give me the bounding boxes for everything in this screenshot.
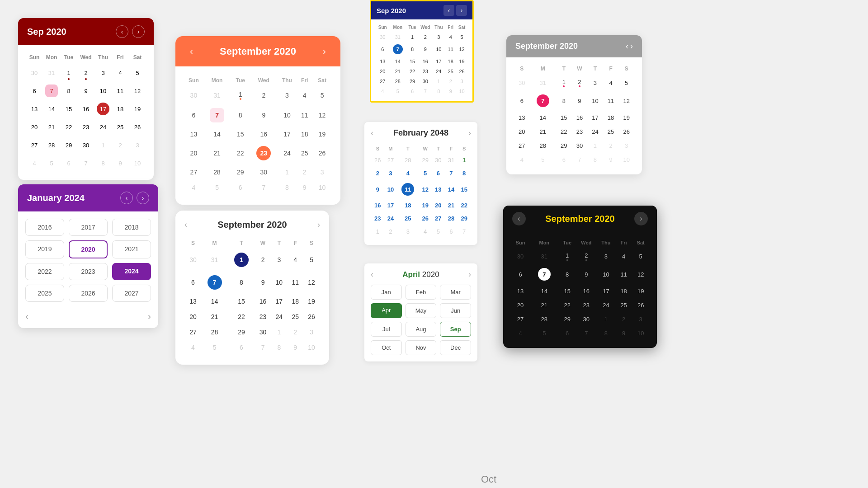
cal3-prev-btn[interactable]: ‹ <box>120 192 133 204</box>
table-row[interactable]: 21 <box>445 199 458 211</box>
table-row[interactable]: 31 <box>530 75 556 90</box>
table-row[interactable]: 18 <box>296 127 313 141</box>
year-2023[interactable]: 2023 <box>69 263 108 280</box>
table-row[interactable]: 8 <box>433 87 445 96</box>
table-row[interactable]: 9 <box>445 87 456 96</box>
table-row[interactable]: 30 <box>250 165 278 179</box>
cal7-prev-btn[interactable]: ‹ <box>371 270 373 279</box>
table-row[interactable]: 25 <box>604 125 618 138</box>
table-row[interactable]: 1 <box>588 139 603 152</box>
table-row[interactable]: 1 <box>279 165 296 179</box>
table-row[interactable]: 4 <box>288 249 303 271</box>
table-row[interactable]: 2 <box>385 225 397 238</box>
cal3-bottom-next-btn[interactable]: › <box>148 311 151 323</box>
table-row[interactable]: 19 <box>632 285 649 298</box>
table-row[interactable]: 5 <box>203 180 231 195</box>
table-row[interactable]: 27 <box>377 77 389 86</box>
table-row[interactable]: 8 <box>95 155 111 172</box>
table-row[interactable]: 3 <box>457 77 467 86</box>
table-row[interactable]: 18 <box>112 100 128 117</box>
table-row[interactable]: 24 <box>597 299 615 312</box>
table-row[interactable]: 14 <box>203 127 231 141</box>
table-row[interactable]: 22 <box>228 310 254 324</box>
table-row[interactable]: 1 <box>433 77 445 86</box>
table-row[interactable]: 23 <box>572 125 587 138</box>
table-row[interactable]: 1 <box>372 225 384 238</box>
table-row[interactable]: 1 <box>228 249 254 271</box>
table-row[interactable]: 6 <box>514 91 529 110</box>
table-row[interactable]: 31 <box>530 249 558 264</box>
table-row[interactable]: 13 <box>511 285 529 298</box>
table-row[interactable]: 30 <box>185 249 201 271</box>
table-row[interactable]: 2 <box>445 77 456 86</box>
table-row[interactable]: 28 <box>203 165 231 179</box>
year-2025[interactable]: 2025 <box>25 285 64 302</box>
table-row[interactable]: 29 <box>232 165 249 179</box>
table-row[interactable]: 10 <box>279 104 296 126</box>
table-row[interactable]: 13 <box>432 180 444 198</box>
table-row[interactable]: 22 <box>559 299 576 312</box>
table-row[interactable]: 24 <box>279 142 296 164</box>
table-row[interactable]: 30 <box>377 33 389 42</box>
table-row[interactable]: 10 <box>385 180 397 198</box>
table-row[interactable]: 2 <box>419 33 432 42</box>
table-row[interactable]: 5 <box>390 87 406 96</box>
table-row[interactable]: 5 <box>314 87 330 103</box>
table-row[interactable]: 3 <box>129 136 146 154</box>
table-row[interactable]: 22 <box>407 67 418 76</box>
table-row[interactable]: 7 <box>255 340 271 355</box>
table-row[interactable]: 19 <box>619 111 634 124</box>
table-row[interactable]: 30 <box>572 139 587 152</box>
cal8-prev-btn[interactable]: ‹ <box>626 42 628 51</box>
table-row[interactable]: 7 <box>445 167 458 179</box>
table-row[interactable]: 16 <box>255 294 271 309</box>
table-row[interactable]: 11 <box>445 42 456 56</box>
cal8-next-btn[interactable]: › <box>630 42 633 51</box>
month-sep[interactable]: Sep <box>440 322 471 337</box>
table-row[interactable]: 11 <box>397 180 418 198</box>
table-row[interactable]: 4 <box>397 167 418 179</box>
table-row[interactable]: 1 <box>95 136 111 154</box>
table-row[interactable]: 3 <box>397 225 418 238</box>
table-row[interactable]: 14 <box>530 285 558 298</box>
table-row[interactable]: 31 <box>445 154 458 166</box>
table-row[interactable]: 11 <box>296 104 313 126</box>
table-row[interactable]: 7 <box>530 91 556 110</box>
table-row[interactable]: 1 <box>458 154 470 166</box>
cal5-prev-btn[interactable]: ‹ <box>443 5 454 16</box>
table-row[interactable]: 4 <box>185 340 201 355</box>
month-nov[interactable]: Nov <box>406 340 437 355</box>
table-row[interactable]: 16 <box>372 199 384 211</box>
table-row[interactable]: 6 <box>232 180 249 195</box>
table-row[interactable]: 6 <box>445 225 458 238</box>
table-row[interactable]: 10 <box>457 87 467 96</box>
table-row[interactable]: 15 <box>407 57 418 66</box>
table-row[interactable]: 6 <box>185 272 201 293</box>
table-row[interactable]: 9 <box>255 272 271 293</box>
table-row[interactable]: 2 <box>572 75 587 90</box>
cal3-next-btn[interactable]: › <box>137 192 149 204</box>
table-row[interactable]: 11 <box>604 91 618 110</box>
table-row[interactable]: 26 <box>619 125 634 138</box>
table-row[interactable]: 20 <box>377 67 389 76</box>
table-row[interactable]: 2 <box>78 64 94 81</box>
month-jan[interactable]: Jan <box>371 285 402 300</box>
table-row[interactable]: 7 <box>530 265 558 284</box>
month-feb[interactable]: Feb <box>406 285 437 300</box>
table-row[interactable]: 10 <box>433 42 445 56</box>
table-row[interactable]: 1 <box>597 313 615 326</box>
cal4-prev-btn[interactable]: ‹ <box>184 220 187 230</box>
table-row[interactable]: 15 <box>61 100 77 117</box>
table-row[interactable]: 24 <box>588 125 603 138</box>
table-row[interactable]: 22 <box>61 118 77 136</box>
table-row[interactable]: 10 <box>597 265 615 284</box>
table-row[interactable]: 4 <box>616 249 632 264</box>
table-row[interactable]: 18 <box>445 57 456 66</box>
table-row[interactable]: 31 <box>202 249 227 271</box>
table-row[interactable]: 16 <box>250 127 278 141</box>
table-row[interactable]: 17 <box>433 57 445 66</box>
table-row[interactable]: 20 <box>185 142 202 164</box>
table-row[interactable]: 12 <box>619 91 634 110</box>
table-row[interactable]: 1 <box>271 325 287 339</box>
table-row[interactable]: 5 <box>129 64 146 81</box>
